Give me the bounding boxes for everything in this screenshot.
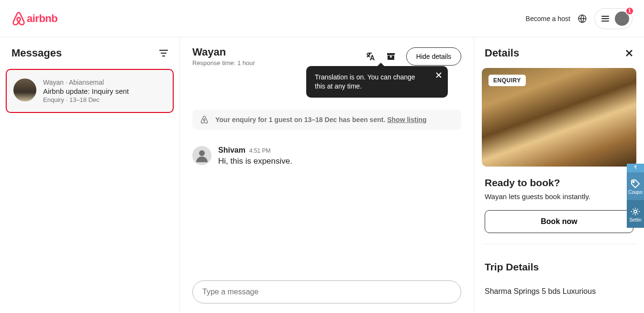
coupon-tab[interactable]: Coupo — [627, 172, 644, 200]
message-avatar — [192, 146, 211, 165]
banner-text: Your enquiry for 1 guest on 13–18 Dec ha… — [215, 116, 427, 123]
details-column: Details ENQUIRY Ready to book? Wayan let… — [474, 37, 644, 313]
trip-details-title: Trip Details — [485, 261, 633, 273]
enquiry-badge: ENQUIRY — [489, 75, 526, 86]
conversation-title-block: Wayan Response time: 1 hour — [192, 46, 255, 67]
svg-point-5 — [633, 181, 634, 182]
ready-text: Wayan lets guests book instantly. — [485, 192, 633, 201]
message-header: Shivam 4:51 PM — [218, 146, 292, 155]
airbnb-logo-text: airbnb — [27, 12, 57, 25]
hamburger-icon — [601, 16, 609, 22]
currency-tab[interactable]: ₹ — [627, 164, 644, 172]
trip-details-section: Trip Details Sharma Springs 5 bds Luxuri… — [482, 244, 636, 296]
thread-sender-location: Wayan · Abiansemal — [43, 78, 129, 86]
become-a-host-link[interactable]: Become a host — [526, 15, 570, 22]
close-icon[interactable] — [435, 72, 442, 78]
tag-icon — [631, 179, 640, 189]
airbnb-logo-icon — [11, 11, 26, 26]
ready-title: Ready to book? — [485, 177, 633, 189]
notification-badge: 1 — [625, 7, 634, 15]
message-text: Hi, this is expensive. — [218, 156, 292, 166]
coupon-label: Coupo — [628, 190, 642, 195]
conversation-name: Wayan — [192, 46, 255, 58]
hide-details-button[interactable]: Hide details — [406, 47, 461, 66]
message-input[interactable]: Type a message — [192, 280, 461, 303]
message-content: Shivam 4:51 PM Hi, this is expensive. — [218, 146, 292, 166]
side-tabs: ₹ Coupo Settin — [627, 164, 644, 228]
airbnb-small-icon — [200, 115, 209, 124]
globe-icon[interactable] — [578, 14, 587, 23]
enquiry-banner: Your enquiry for 1 guest on 13–18 Dec ha… — [192, 110, 461, 130]
banner-message: Your enquiry for 1 guest on 13–18 Dec ha… — [215, 116, 387, 123]
response-time: Response time: 1 hour — [192, 59, 255, 67]
filter-icon[interactable] — [159, 50, 168, 56]
svg-rect-2 — [161, 53, 167, 54]
profile-menu-button[interactable]: 1 — [594, 8, 633, 29]
ready-to-book-section: Ready to book? Wayan lets guests book in… — [482, 167, 636, 244]
translate-icon[interactable] — [366, 52, 376, 61]
translation-tooltip: Translation is on. You can change this a… — [306, 66, 448, 98]
conversation-column: Wayan Response time: 1 hour Hide details… — [180, 37, 474, 313]
main-layout: Messages Wayan · Abiansemal Airbnb updat… — [0, 37, 644, 313]
thread-avatar — [13, 78, 36, 101]
book-now-button[interactable]: Book now — [485, 210, 633, 233]
thread-meta: Enquiry · 13–18 Dec — [43, 96, 129, 103]
thread-content: Wayan · Abiansemal Airbnb update: Inquir… — [43, 78, 129, 103]
trip-listing-name: Sharma Springs 5 bds Luxurious — [485, 287, 633, 296]
conversation-body: Your enquiry for 1 guest on 13–18 Dec ha… — [180, 73, 474, 280]
svg-rect-1 — [159, 50, 168, 51]
thread-subject: Airbnb update: Inquiry sent — [43, 87, 129, 95]
details-title: Details — [485, 47, 519, 59]
conversation-thread[interactable]: Wayan · Abiansemal Airbnb update: Inquir… — [6, 69, 174, 113]
compose-wrap: Type a message — [180, 280, 474, 313]
svg-point-6 — [634, 210, 637, 213]
message-sender: Shivam — [218, 146, 245, 155]
message-time: 4:51 PM — [249, 147, 271, 154]
message-row: Shivam 4:51 PM Hi, this is expensive. — [192, 146, 461, 166]
svg-rect-3 — [162, 56, 165, 56]
tooltip-text: Translation is on. You can change this a… — [315, 73, 415, 90]
show-listing-link[interactable]: Show listing — [387, 116, 426, 123]
messages-header: Messages — [6, 47, 174, 69]
settings-label: Settin — [629, 217, 642, 223]
app-header: airbnb Become a host 1 — [0, 0, 644, 37]
airbnb-logo[interactable]: airbnb — [11, 11, 57, 26]
svg-point-4 — [199, 150, 205, 156]
header-right: Become a host 1 — [526, 8, 633, 29]
details-header: Details — [482, 47, 636, 59]
messages-title: Messages — [11, 47, 62, 59]
person-icon — [194, 148, 210, 163]
messages-column: Messages Wayan · Abiansemal Airbnb updat… — [0, 37, 180, 313]
rupee-icon: ₹ — [634, 165, 637, 170]
gear-icon — [631, 207, 640, 216]
close-icon[interactable] — [625, 49, 633, 57]
archive-icon[interactable] — [386, 52, 396, 61]
settings-tab[interactable]: Settin — [627, 200, 644, 228]
listing-image[interactable]: ENQUIRY — [482, 68, 636, 167]
